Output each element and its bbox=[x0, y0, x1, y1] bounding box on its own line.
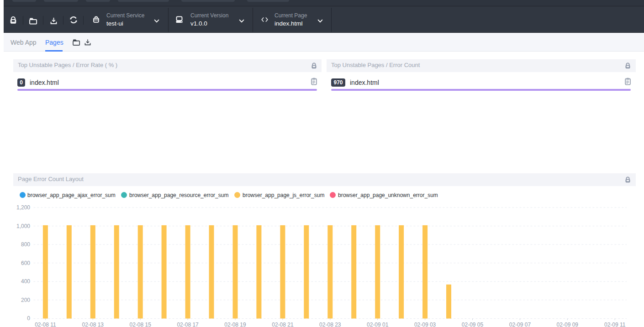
svg-text:02-08 15: 02-08 15 bbox=[130, 322, 152, 327]
svg-text:200: 200 bbox=[21, 297, 30, 303]
svg-text:02-08 21: 02-08 21 bbox=[272, 322, 294, 327]
svg-text:02-08 13: 02-08 13 bbox=[82, 322, 104, 327]
svg-text:02-09 01: 02-09 01 bbox=[367, 322, 389, 327]
svg-text:600: 600 bbox=[21, 260, 30, 266]
svg-text:02-08 17: 02-08 17 bbox=[177, 322, 199, 327]
svg-text:02-09 11: 02-09 11 bbox=[604, 322, 626, 327]
svg-text:02-09 09: 02-09 09 bbox=[557, 322, 579, 327]
svg-text:02-08 11: 02-08 11 bbox=[35, 322, 56, 327]
svg-text:02-09 05: 02-09 05 bbox=[462, 322, 484, 327]
svg-text:02-09 03: 02-09 03 bbox=[414, 322, 436, 327]
svg-text:02-08 23: 02-08 23 bbox=[319, 322, 341, 327]
svg-text:02-09 07: 02-09 07 bbox=[509, 322, 531, 327]
svg-text:800: 800 bbox=[21, 241, 30, 248]
svg-text:1,200: 1,200 bbox=[16, 204, 30, 211]
svg-text:1,000: 1,000 bbox=[16, 223, 30, 229]
svg-text:400: 400 bbox=[21, 278, 30, 285]
svg-text:0: 0 bbox=[27, 315, 30, 322]
svg-text:02-08 19: 02-08 19 bbox=[224, 322, 246, 327]
